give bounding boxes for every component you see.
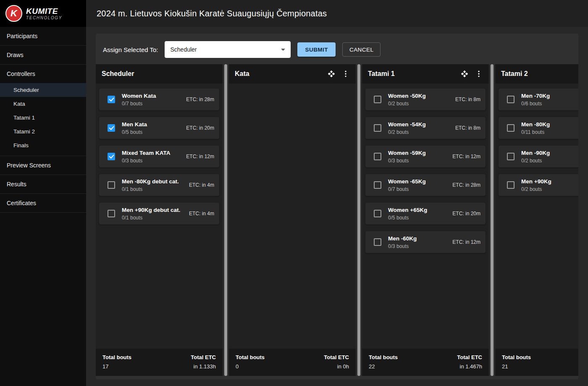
column-header: Scheduler bbox=[96, 64, 223, 83]
sidebar-item-draws[interactable]: Draws bbox=[0, 46, 86, 65]
card-title: Women -50Kg bbox=[388, 93, 452, 99]
sidebar-item-finals[interactable]: Finals bbox=[0, 138, 86, 152]
card-checkbox[interactable] bbox=[507, 124, 514, 132]
submit-button[interactable]: SUBMIT bbox=[297, 42, 335, 57]
bout-card[interactable]: Mixed Team KATA0/3 boutsETC: in 12m bbox=[99, 146, 219, 167]
more-vert-icon[interactable] bbox=[341, 70, 350, 78]
move-icon[interactable] bbox=[460, 70, 469, 78]
assign-toolbar: Assign Selected To: Scheduler SUBMIT CAN… bbox=[96, 39, 578, 64]
card-checkbox[interactable] bbox=[108, 181, 115, 189]
column-body: Women -50Kg0/2 boutsETC: in 8mWomen -54K… bbox=[362, 83, 489, 349]
card-etc: ETC: in 4m bbox=[189, 211, 214, 216]
column-title: Tatami 2 bbox=[501, 70, 578, 78]
card-checkbox[interactable] bbox=[108, 153, 115, 160]
card-checkbox[interactable] bbox=[108, 124, 115, 132]
card-text: Men -80Kg debut cat.0/1 bouts bbox=[122, 178, 186, 192]
column-tatami-1: Tatami 1Women -50Kg0/2 boutsETC: in 8mWo… bbox=[362, 64, 489, 376]
card-bouts: 0/2 bouts bbox=[388, 129, 452, 135]
card-text: Women Kata0/7 bouts bbox=[122, 93, 183, 107]
card-checkbox[interactable] bbox=[507, 153, 514, 160]
card-checkbox[interactable] bbox=[374, 96, 381, 103]
bout-card[interactable]: Men -90Kg0/2 bouts bbox=[499, 146, 578, 167]
footer-total-etc: Total ETCin 1.133h bbox=[191, 354, 216, 370]
column-body: Men -70Kg0/6 boutsMen -80Kg0/11 boutsMen… bbox=[495, 83, 578, 349]
bout-card[interactable]: Men +90Kg0/2 bouts bbox=[499, 174, 578, 196]
footer-total-etc: Total ETCin 0h bbox=[324, 354, 349, 370]
bout-card[interactable]: Men -70Kg0/6 bouts bbox=[499, 89, 578, 110]
sidebar-item-tatami-2[interactable]: Tatami 2 bbox=[0, 125, 86, 138]
sidebar-item-results[interactable]: Results bbox=[0, 175, 86, 194]
assign-select[interactable]: Scheduler bbox=[165, 41, 291, 58]
card-text: Women +65Kg0/5 bouts bbox=[388, 207, 449, 221]
sidebar-submenu: SchedulerKataTatami 1Tatami 2Finals bbox=[0, 83, 86, 156]
app-logo: K KUMITE TECHNOLOGY bbox=[0, 0, 86, 27]
card-text: Men Kata0/5 bouts bbox=[122, 121, 183, 135]
column-scrollbar[interactable] bbox=[224, 64, 227, 376]
move-icon[interactable] bbox=[327, 70, 336, 78]
sidebar-item-participants[interactable]: Participants bbox=[0, 27, 86, 46]
sidebar-item-tatami-1[interactable]: Tatami 1 bbox=[0, 111, 86, 125]
card-checkbox[interactable] bbox=[507, 96, 514, 103]
card-checkbox[interactable] bbox=[374, 153, 381, 160]
footer-etc-value: in 1.467h bbox=[457, 363, 482, 370]
bout-card[interactable]: Women -54Kg0/2 boutsETC: in 8m bbox=[365, 117, 486, 139]
scheduler-panel: Assign Selected To: Scheduler SUBMIT CAN… bbox=[96, 34, 578, 379]
sidebar-item-controllers[interactable]: Controllers bbox=[0, 65, 86, 83]
sidebar-item-kata[interactable]: Kata bbox=[0, 97, 86, 111]
app-root: K KUMITE TECHNOLOGY ParticipantsDrawsCon… bbox=[0, 0, 588, 386]
sidebar-item-certificates[interactable]: Certificates bbox=[0, 194, 86, 213]
footer-bouts-label: Total bouts bbox=[369, 354, 398, 360]
assign-select-value: Scheduler bbox=[170, 46, 197, 53]
column-header: Kata bbox=[229, 64, 356, 83]
more-vert-icon[interactable] bbox=[475, 70, 483, 78]
footer-bouts-value: 21 bbox=[502, 363, 531, 370]
bout-card[interactable]: Men Kata0/5 boutsETC: in 20m bbox=[99, 117, 219, 139]
main-area: 2024 m. Lietuvos Kiokušin Karatė Suaugus… bbox=[86, 0, 588, 386]
card-title: Men +90Kg bbox=[521, 178, 578, 185]
card-text: Women -65Kg0/7 bouts bbox=[388, 178, 449, 192]
card-checkbox[interactable] bbox=[108, 210, 115, 217]
card-bouts: 0/11 bouts bbox=[521, 129, 578, 135]
bout-card[interactable]: Women +65Kg0/5 boutsETC: in 20m bbox=[365, 203, 486, 224]
bout-card[interactable]: Women -50Kg0/2 boutsETC: in 8m bbox=[365, 89, 486, 110]
bout-card[interactable]: Men -80Kg0/11 bouts bbox=[499, 117, 578, 139]
footer-total-bouts: Total bouts22 bbox=[369, 354, 398, 370]
card-title: Men -70Kg bbox=[521, 93, 578, 99]
card-bouts: 0/7 bouts bbox=[122, 101, 183, 107]
column-scrollbar[interactable] bbox=[491, 64, 494, 376]
card-checkbox[interactable] bbox=[374, 238, 381, 246]
bout-card[interactable]: Women -65Kg0/7 boutsETC: in 28m bbox=[365, 174, 486, 196]
cancel-button[interactable]: CANCEL bbox=[342, 42, 381, 57]
sidebar-item-scheduler[interactable]: Scheduler bbox=[0, 83, 86, 97]
topbar: 2024 m. Lietuvos Kiokušin Karatė Suaugus… bbox=[86, 0, 588, 27]
column-scrollbar[interactable] bbox=[357, 64, 360, 376]
footer-etc-label: Total ETC bbox=[191, 354, 216, 360]
card-checkbox[interactable] bbox=[374, 210, 381, 217]
card-checkbox[interactable] bbox=[108, 96, 115, 103]
bout-card[interactable]: Men -80Kg debut cat.0/1 boutsETC: in 4m bbox=[99, 174, 219, 196]
card-checkbox[interactable] bbox=[507, 181, 514, 189]
card-etc: ETC: in 4m bbox=[189, 182, 214, 188]
card-etc: ETC: in 20m bbox=[452, 211, 480, 216]
card-etc: ETC: in 12m bbox=[452, 239, 480, 245]
card-bouts: 0/5 bouts bbox=[122, 129, 183, 135]
card-checkbox[interactable] bbox=[374, 124, 381, 132]
card-etc: ETC: in 12m bbox=[186, 154, 214, 159]
column-footer: Total bouts21 bbox=[495, 349, 578, 376]
card-bouts: 0/2 bouts bbox=[388, 101, 452, 107]
column-title: Tatami 1 bbox=[368, 70, 454, 78]
sidebar-nav: ParticipantsDrawsControllersSchedulerKat… bbox=[0, 27, 86, 386]
card-etc: ETC: in 20m bbox=[186, 125, 214, 131]
column-title: Kata bbox=[235, 70, 321, 78]
card-bouts: 0/5 bouts bbox=[388, 215, 449, 221]
card-text: Women -54Kg0/2 bouts bbox=[388, 121, 452, 135]
card-title: Women Kata bbox=[122, 93, 183, 99]
bout-card[interactable]: Men +90Kg debut cat.0/1 boutsETC: in 4m bbox=[99, 203, 219, 224]
card-checkbox[interactable] bbox=[374, 181, 381, 189]
brand-subtitle: TECHNOLOGY bbox=[26, 16, 62, 20]
bout-card[interactable]: Women -59Kg0/3 boutsETC: in 12m bbox=[365, 146, 486, 167]
sidebar-item-preview-screens[interactable]: Preview Screens bbox=[0, 156, 86, 175]
card-text: Men -70Kg0/6 bouts bbox=[521, 93, 578, 107]
bout-card[interactable]: Women Kata0/7 boutsETC: in 28m bbox=[99, 89, 219, 110]
bout-card[interactable]: Men -60Kg0/3 boutsETC: in 12m bbox=[365, 231, 486, 253]
